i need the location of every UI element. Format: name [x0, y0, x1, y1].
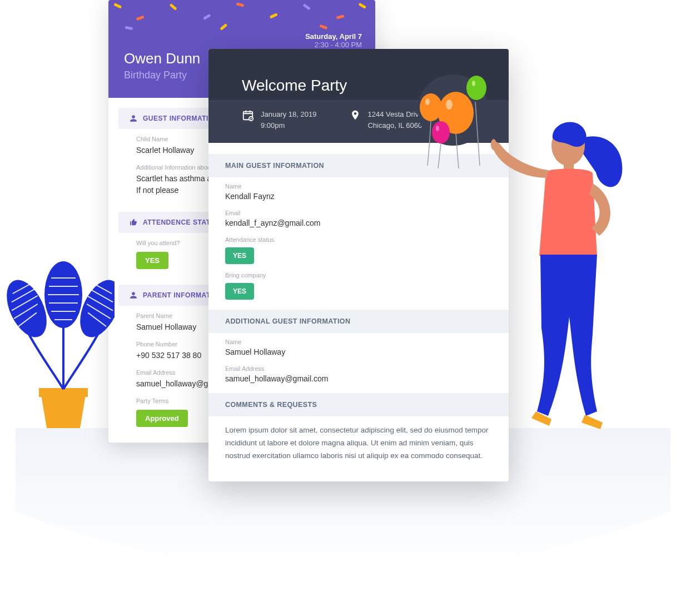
- svg-point-22: [436, 126, 439, 131]
- main-guest-name-field: Name Kendall Faynz: [208, 177, 509, 204]
- event-date: January 18, 2019: [261, 109, 316, 120]
- field-label: Email: [225, 210, 492, 216]
- additional-guest-name-field: Name Samuel Hollaway: [208, 333, 509, 360]
- main-guest-attendance-field: Attendance status: [208, 231, 509, 243]
- welcome-party-card: Welcome Party January 18, 2019 9:00pm 12…: [208, 49, 509, 481]
- svg-rect-4: [236, 2, 244, 7]
- svg-rect-5: [270, 13, 278, 18]
- event-time: 9:00pm: [261, 120, 316, 131]
- svg-rect-11: [319, 24, 327, 29]
- svg-rect-2: [170, 3, 177, 11]
- field-label: Bring company: [225, 272, 492, 279]
- svg-rect-3: [203, 14, 211, 20]
- field-label: Name: [225, 183, 492, 190]
- thumbs-up-icon: [130, 218, 137, 226]
- svg-rect-1: [136, 16, 145, 21]
- additional-guest-section-header: ADDITIONAL GUEST INFORMATION: [208, 310, 509, 333]
- person-icon: [130, 115, 137, 122]
- svg-rect-7: [336, 14, 345, 19]
- confetti-decoration: [108, 0, 375, 33]
- svg-rect-8: [358, 3, 366, 9]
- plant-illustration: [3, 234, 115, 434]
- field-label: Name: [225, 339, 492, 345]
- svg-rect-10: [220, 23, 227, 31]
- field-value: samuel_hollaway@gmail.com: [225, 374, 492, 383]
- section-title: GUEST INFORMATION: [143, 115, 219, 122]
- svg-rect-6: [303, 3, 311, 10]
- comments-section-header: COMMENTS & REQUESTS: [208, 393, 509, 416]
- datetime-block: January 18, 2019 9:00pm: [242, 109, 316, 131]
- svg-point-18: [432, 121, 450, 143]
- field-value: Kendall Faynz: [225, 192, 492, 201]
- svg-point-21: [472, 81, 475, 86]
- svg-rect-9: [125, 26, 133, 30]
- terms-pill: Approved: [136, 410, 188, 427]
- svg-point-19: [425, 98, 430, 105]
- svg-point-17: [466, 76, 486, 100]
- location-pin-icon: [350, 109, 361, 121]
- svg-point-20: [446, 100, 453, 110]
- attend-pill: YES: [136, 252, 168, 269]
- bring-company-field: Bring company: [208, 266, 509, 279]
- company-badge: YES: [225, 283, 254, 300]
- comments-text: Lorem ipsum dolor sit amet, consectetur …: [208, 416, 509, 481]
- event-time: 2:30 - 4:00 PM: [305, 41, 362, 49]
- svg-rect-23: [39, 388, 88, 397]
- woman-illustration: [486, 111, 630, 434]
- svg-rect-0: [113, 3, 122, 8]
- balloons-illustration: [403, 60, 492, 171]
- event-datetime: Saturday, April 7 2:30 - 4:00 PM: [305, 32, 362, 49]
- attendance-badge: YES: [225, 247, 254, 264]
- calendar-icon: [242, 109, 254, 121]
- main-guest-email-field: Email kendall_f_aynz@gmail.com: [208, 204, 509, 231]
- field-value: kendall_f_aynz@gmail.com: [225, 218, 492, 227]
- svg-point-29: [491, 139, 496, 150]
- event-date: Saturday, April 7: [305, 32, 362, 41]
- person-icon: [130, 291, 137, 299]
- field-value: Samuel Hollaway: [225, 347, 492, 356]
- field-label: Attendance status: [225, 236, 492, 243]
- additional-guest-email-field: Email Address samuel_hollaway@gmail.com: [208, 360, 509, 393]
- field-label: Email Address: [225, 365, 492, 372]
